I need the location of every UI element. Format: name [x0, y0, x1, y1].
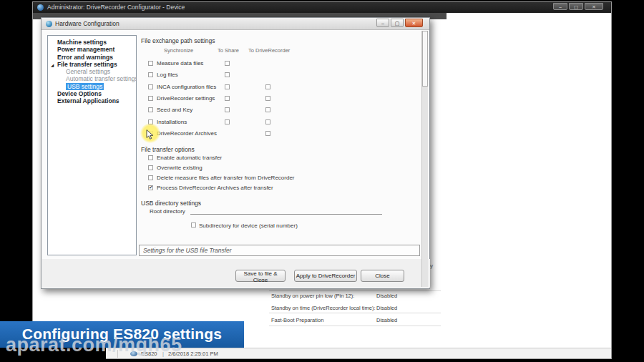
setting-value: Disabled	[376, 293, 397, 299]
to-driverecorder-checkbox-seed-and-key[interactable]	[265, 107, 270, 112]
exchange-row-log-files: Log files	[42, 72, 431, 81]
watermark: aparat.com/mgh65	[6, 334, 182, 356]
close-icon[interactable]: ✕	[585, 3, 603, 10]
exchange-label: Log files	[157, 72, 178, 78]
file-exchange-header: File exchange path settings	[141, 37, 215, 44]
to-share-checkbox-driverecorder-settings[interactable]	[225, 96, 230, 101]
dialog-icon	[46, 21, 52, 27]
exchange-row-driverecorder-settings: DriveRecorder settings	[42, 96, 431, 104]
option-label: Enable automatic transfer	[157, 155, 222, 161]
scrollbar-thumb[interactable]	[422, 31, 428, 87]
exchange-label: Installations	[157, 119, 187, 125]
exchange-row-seed-and-key: Seed and Key	[42, 107, 431, 116]
exchange-row-driverecorder-archives: DriveRecorder Archives	[42, 131, 431, 140]
column-to-driverecorder: To DriveRecorder	[248, 47, 290, 54]
to-share-checkbox-measure-data-files[interactable]	[225, 61, 230, 66]
exchange-label: INCA configuration files	[157, 84, 216, 90]
divider	[269, 290, 441, 291]
exchange-row-measure-data-files: Measure data files	[42, 61, 431, 69]
to-driverecorder-checkbox-driverecorder-settings[interactable]	[265, 96, 270, 101]
tree-item-error-and-warnings[interactable]: Error and warnings	[48, 54, 136, 61]
option-row-enable-automatic-transfer: Enable automatic transfer	[42, 155, 431, 164]
to-driverecorder-checkbox-inca-configuration-files[interactable]	[265, 84, 270, 89]
dialog-titlebar[interactable]: Hardware Configuration – ▢ ✕	[42, 18, 429, 30]
option-checkbox-overwrite-existing[interactable]	[148, 165, 153, 170]
screen: Administrator: DriveRecorder Configurato…	[0, 0, 644, 362]
option-row-overwrite-existing: Overwrite existing	[42, 165, 431, 174]
exchange-label: Seed and Key	[157, 107, 192, 113]
dialog-close-icon[interactable]: ✕	[405, 19, 423, 27]
dialog-scrollbar[interactable]	[421, 31, 428, 287]
close-button[interactable]: Close	[361, 270, 404, 282]
setting-label: Fast-Boot Preparation	[271, 317, 323, 323]
exchange-label: Measure data files	[157, 60, 203, 67]
setting-label: Standby on time (DriveRecorder local tim…	[271, 305, 375, 311]
tree-item-power-management[interactable]: Power management	[48, 46, 136, 53]
mouse-cursor	[146, 129, 155, 140]
maximize-icon[interactable]: ▢	[569, 3, 583, 10]
setting-value: Disabled	[376, 317, 397, 323]
sync-checkbox-seed-and-key[interactable]	[148, 107, 153, 112]
apply-to-driverecorder-button[interactable]: Apply to DriveRecorder	[294, 270, 357, 282]
dialog-maximize-icon[interactable]: ▢	[391, 19, 404, 27]
main-window-title: Administrator: DriveRecorder Configurato…	[47, 4, 185, 11]
dialog-status-text: Settings for the USB file Transfer	[143, 247, 232, 254]
to-driverecorder-checkbox-installations[interactable]	[265, 119, 270, 124]
option-checkbox-process-driverecorder-archives-after-transfer[interactable]	[148, 185, 153, 190]
dialog-title: Hardware Configuration	[55, 20, 119, 27]
option-row-delete-measure-files-after-transfer-from-driverecorder: Delete measure files after transfer from…	[42, 175, 431, 184]
dialog-status-box: Settings for the USB file Transfer	[139, 245, 420, 256]
tree-item-machine-settings[interactable]: Machine settings	[48, 39, 136, 46]
divider	[269, 313, 441, 313]
option-row-process-driverecorder-archives-after-transfer: Process DriveRecorder Archives after tra…	[42, 185, 431, 194]
option-label: Process DriveRecorder Archives after tra…	[157, 185, 273, 191]
device-setting-row: Standby on time (DriveRecorder local tim…	[271, 305, 375, 311]
subdirectory-checkbox[interactable]	[191, 222, 196, 228]
subdirectory-label: Subdirectory for device (serial number)	[199, 222, 298, 229]
exchange-row-installations: Installations	[42, 119, 431, 128]
sync-checkbox-driverecorder-settings[interactable]	[148, 96, 153, 101]
sync-checkbox-inca-configuration-files[interactable]	[148, 84, 153, 89]
option-checkbox-delete-measure-files-after-transfer-from-driverecorder[interactable]	[148, 175, 153, 180]
option-label: Overwrite existing	[157, 165, 203, 171]
to-share-checkbox-seed-and-key[interactable]	[225, 107, 230, 112]
root-directory-input[interactable]	[190, 205, 382, 215]
device-setting-row: Standby on power pin low (Pin 12):Disabl…	[271, 293, 354, 299]
exchange-row-inca-configuration-files: INCA configuration files	[42, 84, 431, 93]
column-synchronize: Synchronize	[164, 47, 193, 54]
column-to-share: To Share	[218, 47, 239, 54]
setting-label: Standby on power pin low (Pin 12):	[271, 293, 354, 299]
app-icon	[37, 4, 44, 11]
save-to-file-close-button[interactable]: Save to file & Close	[235, 270, 286, 282]
to-driverecorder-checkbox-driverecorder-archives[interactable]	[265, 131, 270, 136]
device-setting-row: Fast-Boot PreparationDisabled	[271, 317, 323, 323]
exchange-label: DriveRecorder settings	[157, 95, 215, 102]
to-share-checkbox-installations[interactable]	[225, 119, 230, 124]
sync-checkbox-measure-data-files[interactable]	[148, 61, 153, 66]
root-directory-label: Root directory	[150, 208, 185, 215]
main-window-titlebar[interactable]: Administrator: DriveRecorder Configurato…	[33, 2, 611, 13]
hardware-configuration-dialog: Hardware Configuration – ▢ ✕ Machine set…	[41, 17, 430, 289]
transfer-options-header: File transfer options	[141, 146, 195, 153]
option-checkbox-enable-automatic-transfer[interactable]	[148, 155, 153, 160]
to-share-checkbox-log-files[interactable]	[225, 72, 230, 77]
option-label: Delete measure files after transfer from…	[157, 175, 295, 181]
divider	[269, 326, 441, 326]
setting-value: Disabled	[376, 305, 397, 311]
minimize-icon[interactable]: –	[553, 3, 567, 10]
to-share-checkbox-inca-configuration-files[interactable]	[225, 84, 230, 89]
sync-checkbox-log-files[interactable]	[148, 72, 153, 77]
dialog-minimize-icon[interactable]: –	[376, 19, 389, 27]
exchange-label: DriveRecorder Archives	[157, 130, 217, 137]
